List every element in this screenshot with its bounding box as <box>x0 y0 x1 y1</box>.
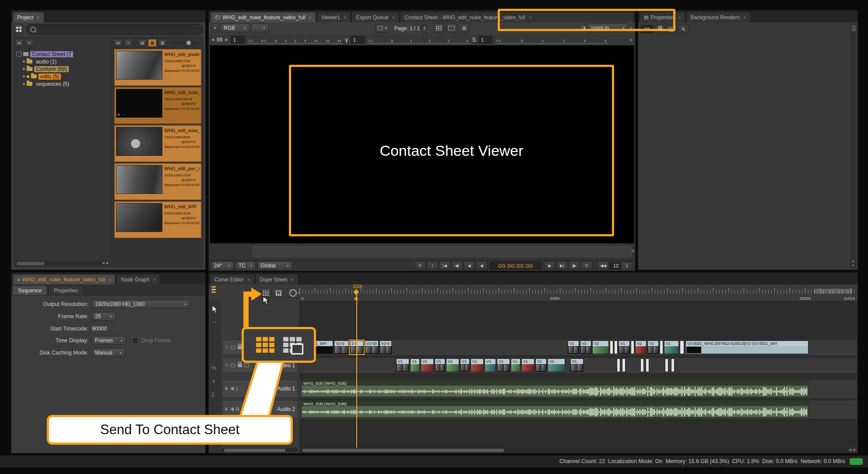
scroll-up-icon[interactable]: ▲ <box>851 259 855 263</box>
field-dropdown[interactable]: 25▼ <box>92 312 116 321</box>
close-icon[interactable]: × <box>247 277 250 282</box>
channel-dropdown[interactable]: RGB▼ <box>221 24 250 32</box>
sample-tool-icon[interactable]: ◑ <box>211 378 215 384</box>
timeline-clip[interactable]: V2-0001_WH <box>301 341 333 354</box>
field-dropdown[interactable]: Manual▼ <box>92 348 125 357</box>
timeline-clip[interactable]: V1 <box>396 358 409 372</box>
timeline-clip[interactable] <box>614 341 618 354</box>
timeline-clip[interactable]: V1 <box>421 358 434 372</box>
scroll-left-icon[interactable]: ◀ <box>848 448 852 452</box>
monitor-icon[interactable] <box>244 363 249 367</box>
timeline-clip[interactable]: V1 <box>471 358 484 372</box>
tree-item[interactable]: audio (1) <box>15 58 110 65</box>
viewer-tab-2[interactable]: Export Queue× <box>351 12 399 22</box>
retime-tool-icon[interactable]: % <box>211 365 217 371</box>
exposure-prev-icon[interactable]: ◀ <box>211 38 214 42</box>
play-button[interactable]: ▶ <box>544 261 555 270</box>
sort-az-button[interactable]: az <box>15 39 24 47</box>
timeline-clip[interactable] <box>680 341 684 354</box>
timeline-clip[interactable]: V1 <box>497 358 510 372</box>
visibility-icon[interactable] <box>230 346 235 349</box>
scrollbar-thumb[interactable] <box>224 448 286 453</box>
timeline-clip[interactable] <box>660 341 663 354</box>
gamma-input[interactable]: 1 <box>351 36 365 43</box>
visibility-icon[interactable] <box>230 364 235 367</box>
lock-icon[interactable] <box>238 364 242 367</box>
timeline-tab-0[interactable]: Curve Editor× <box>210 274 254 284</box>
project-clip[interactable]: WHG_edit_WIP1920x10801316f @25FPSSequenc… <box>114 201 201 238</box>
play-backward-button[interactable]: ◀ <box>476 261 487 270</box>
set-out-button[interactable]: O <box>581 261 592 270</box>
channel-prev-button[interactable]: ▼ <box>211 24 219 32</box>
node-limit-input[interactable]: 10 <box>641 25 653 33</box>
right-tab-1[interactable]: Background Renders× <box>686 12 751 22</box>
scroll-right-icon[interactable]: ▶ <box>853 448 857 452</box>
viewer-frame-slider[interactable] <box>253 246 632 257</box>
step-frames-input[interactable]: 12 <box>610 262 622 270</box>
search-input[interactable] <box>26 24 203 35</box>
gamma-slider[interactable]: 0.1.51234 <box>367 36 470 44</box>
collapse-chevron-icon[interactable]: » <box>629 37 633 43</box>
timeline-clip[interactable]: V1 <box>446 358 459 372</box>
project-clip[interactable]: WHG_edit_grade1920x10801710f @25FPSSeque… <box>114 49 201 86</box>
expander-icon[interactable]: – <box>17 52 21 56</box>
timeline-scrollbar[interactable] <box>299 448 848 452</box>
timeline-clip[interactable] <box>640 358 644 372</box>
timeline-clip[interactable]: V2 <box>580 341 591 354</box>
timeline-clip[interactable]: V1 <box>460 358 470 372</box>
subtab-sequence[interactable]: Sequence <box>12 285 47 295</box>
timeline-tab-1[interactable]: Dope Sheet× <box>255 274 298 284</box>
tab-project[interactable]: Project × <box>13 12 44 22</box>
tree-item[interactable]: sequences (5) <box>15 80 110 88</box>
tree-item[interactable]: –Contact Sheet (7 <box>15 50 110 58</box>
exposure-next-icon[interactable]: ▶ <box>225 38 228 42</box>
timeline-clip[interactable]: V2-00 <box>365 341 379 354</box>
timeline-clip[interactable] <box>631 341 634 354</box>
previous-edit-button[interactable]: ◀| <box>451 261 463 270</box>
track-header[interactable]: ⠿Video 1 <box>222 358 298 373</box>
tree-item[interactable]: Conform (68) <box>15 65 110 73</box>
field-dropdown[interactable]: 1920x1080 HD_1080▼ <box>92 300 190 309</box>
go-to-start-button[interactable]: |◀ <box>439 261 450 270</box>
audio-clip[interactable]: WHG_Edit (WHG_Edit) <box>301 401 808 418</box>
loop-button[interactable]: ↻ <box>415 261 426 270</box>
subtab-properties[interactable]: Properties <box>48 285 84 295</box>
audio-clip[interactable]: WHG_Edit (WHG_Edit) <box>301 380 808 397</box>
timeline-clip[interactable] <box>622 358 626 372</box>
list-view-button[interactable]: ≡ <box>124 39 133 47</box>
contact-sheet-layout-button[interactable] <box>433 24 444 33</box>
right-tab-0[interactable]: ▤Properties× <box>640 12 685 22</box>
playhead-line[interactable] <box>356 289 357 448</box>
timeline-clip[interactable]: V1 <box>618 341 630 354</box>
timeline-clip[interactable]: V1 <box>521 358 534 372</box>
scrollbar-thumb[interactable] <box>851 25 857 32</box>
sync-tool-icon[interactable]: ▯ <box>211 391 214 397</box>
timeline-clip[interactable]: V1 <box>435 358 445 372</box>
view-mode-button[interactable] <box>14 24 24 34</box>
track-header[interactable]: ⠿L .Audio 1 <box>222 379 298 398</box>
timeline-clip[interactable]: V1 <box>570 358 583 372</box>
slip-tool-icon[interactable]: ↔ <box>211 318 217 325</box>
thumbnail-size-slider[interactable] <box>172 42 198 43</box>
timeline-clip[interactable]: V2 <box>568 341 579 354</box>
tree-scrollbar[interactable]: ◀ ▶ <box>15 261 110 265</box>
timeline-clip[interactable]: V1 <box>548 358 565 372</box>
track-header[interactable]: ⠿Video 2 <box>222 340 298 355</box>
gain-input[interactable]: 1 <box>231 36 245 43</box>
speaker-icon[interactable] <box>230 386 234 391</box>
project-clip[interactable]: WHG_edit_pan_scan1920x10801710f @25FPSSe… <box>114 163 201 200</box>
project-clip[interactable]: ≡◦WHG_edit_nuke_feature_vid1920x10801001… <box>114 87 201 124</box>
collapse-chevron-icon[interactable]: » <box>629 25 633 31</box>
scrollbar-thumb[interactable] <box>302 448 504 453</box>
sort-az-button[interactable]: az <box>114 39 123 47</box>
timeline-clip[interactable]: V2 <box>592 341 609 354</box>
viewer-canvas[interactable] <box>210 46 634 243</box>
range-dropdown[interactable]: Global▼ <box>257 261 292 270</box>
tree-item[interactable]: edits (5) <box>15 73 110 80</box>
timeline-clip[interactable] <box>617 358 620 372</box>
field-dropdown[interactable]: Frames▼ <box>92 336 126 345</box>
collapse-chevron-icon[interactable]: » <box>631 248 634 254</box>
list-view-button[interactable]: ≡ <box>25 39 34 47</box>
previous-frame-button[interactable]: ◀ <box>464 261 475 270</box>
timeline-clip[interactable] <box>671 358 675 372</box>
